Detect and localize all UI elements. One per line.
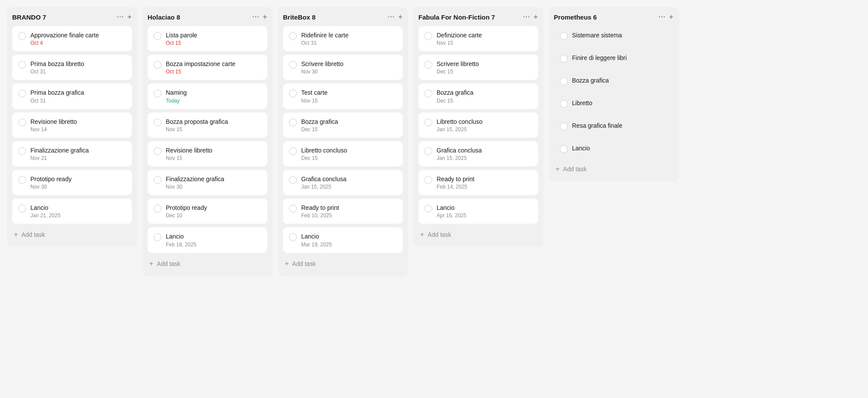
task-card[interactable]: Lancio [554,139,674,158]
task-checkbox[interactable] [154,32,161,40]
task-checkbox[interactable] [18,61,26,69]
task-card[interactable]: Approvazione finale carteOct 4 [12,26,132,51]
task-card[interactable]: Finire di leggere libri [554,49,674,68]
task-content: NamingToday [166,89,187,103]
task-checkbox[interactable] [424,32,432,40]
task-card[interactable]: Ridefinire le carteOct 31 [283,26,403,51]
task-card[interactable]: Libretto [554,94,674,113]
ellipsis-icon[interactable]: ··· [658,13,665,21]
task-card[interactable]: Lista paroleOct 15 [148,26,267,51]
task-card[interactable]: LancioFeb 18, 2025 [148,227,267,252]
task-checkbox[interactable] [154,233,161,241]
task-checkbox[interactable] [560,123,568,130]
task-checkbox[interactable] [289,233,297,241]
column-fabula: Fabula For Non-Fiction 7···+Definizione … [413,7,543,247]
task-title: Lista parole [166,31,197,39]
task-checkbox[interactable] [154,61,161,69]
task-card[interactable]: Libretto conclusoDec 15 [283,141,403,166]
task-checkbox[interactable] [289,32,297,40]
task-checkbox[interactable] [289,61,297,69]
task-card[interactable]: Scrivere librettoNov 30 [283,55,403,80]
column-header-fabula: Fabula For Non-Fiction 7···+ [418,12,538,22]
task-checkbox[interactable] [18,176,26,184]
task-card[interactable]: Test carteNov 15 [283,83,403,109]
task-card[interactable]: Prototipo readyNov 30 [12,170,132,195]
add-column-button[interactable]: + [263,13,267,21]
task-checkbox[interactable] [424,119,432,126]
task-card[interactable]: Scrivere librettoDec 15 [418,55,538,80]
task-checkbox[interactable] [18,90,26,97]
task-card[interactable]: Revisione librettoNov 14 [12,113,132,138]
task-title: Libretto concluso [301,146,347,154]
task-title: Naming [166,89,187,96]
task-card[interactable]: Resa grafica finale [554,116,674,136]
task-content: Finire di leggere libri [572,54,627,62]
add-task-button[interactable]: +Add task [554,162,674,176]
task-checkbox[interactable] [560,32,568,40]
task-checkbox[interactable] [424,205,432,212]
ellipsis-icon[interactable]: ··· [252,13,259,21]
task-checkbox[interactable] [154,176,161,184]
task-checkbox[interactable] [18,119,26,126]
add-task-button[interactable]: +Add task [418,227,538,242]
task-date: Mar 19, 2025 [301,242,332,248]
ellipsis-icon[interactable]: ··· [523,13,530,21]
add-column-button[interactable]: + [669,13,674,21]
task-checkbox[interactable] [424,61,432,69]
task-checkbox[interactable] [424,147,432,155]
task-card[interactable]: Prima bozza librettoOct 31 [12,55,132,80]
task-checkbox[interactable] [560,55,568,63]
add-task-button[interactable]: +Add task [148,256,267,271]
add-task-button[interactable]: +Add task [283,256,403,271]
task-checkbox[interactable] [424,176,432,184]
task-checkbox[interactable] [289,176,297,184]
task-checkbox[interactable] [560,145,568,153]
task-card[interactable]: Bozza graficaDec 15 [283,113,403,138]
task-card[interactable]: Finalizzazione graficaNov 21 [12,141,132,166]
task-checkbox[interactable] [154,205,161,212]
task-date: Oct 31 [30,69,84,75]
task-card[interactable]: Bozza impostazione carteOct 15 [148,55,267,80]
add-column-button[interactable]: + [398,13,403,21]
task-card[interactable]: Definizione carteNov 15 [418,26,538,51]
task-card[interactable]: LancioApr 16, 2025 [418,199,538,224]
task-card[interactable]: Ready to printFeb 14, 2025 [418,170,538,195]
task-date: Apr 16, 2025 [437,212,467,219]
task-checkbox[interactable] [289,205,297,212]
task-card[interactable]: Sistemare sistema [554,26,674,45]
task-checkbox[interactable] [560,100,568,108]
task-card[interactable]: NamingToday [148,83,267,109]
task-title: Lancio [166,232,197,240]
task-card[interactable]: Libretto conclusoJan 15, 2025 [418,113,538,138]
task-checkbox[interactable] [289,147,297,155]
ellipsis-icon[interactable]: ··· [388,13,395,21]
task-card[interactable]: Finalizzazione graficaNov 30 [148,170,267,195]
add-column-button[interactable]: + [128,13,132,21]
add-task-button[interactable]: +Add task [12,227,132,242]
task-card[interactable]: Grafica conclusaJan 15, 2025 [418,141,538,166]
task-checkbox[interactable] [289,119,297,126]
task-card[interactable]: Bozza proposta graficaNov 15 [148,113,267,138]
task-card[interactable]: LancioJan 21, 2025 [12,199,132,224]
task-checkbox[interactable] [18,32,26,40]
task-card[interactable]: Prototipo readyDec 10 [148,199,267,224]
ellipsis-icon[interactable]: ··· [117,13,124,21]
task-checkbox[interactable] [18,205,26,212]
add-column-button[interactable]: + [534,13,538,21]
task-date: Dec 15 [437,69,479,75]
task-checkbox[interactable] [154,119,161,126]
task-card[interactable]: Grafica conclusaJan 15, 2025 [283,170,403,195]
task-content: Grafica conclusaJan 15, 2025 [437,146,482,161]
task-checkbox[interactable] [18,147,26,155]
task-card[interactable]: Prima bozza graficaOct 31 [12,83,132,109]
task-card[interactable]: Ready to printFeb 10, 2025 [283,199,403,224]
task-card[interactable]: Bozza grafica [554,71,674,90]
task-card[interactable]: LancioMar 19, 2025 [283,227,403,252]
task-card[interactable]: Revisione librettoNov 15 [148,141,267,166]
task-checkbox[interactable] [154,147,161,155]
task-card[interactable]: Bozza graficaDec 15 [418,83,538,109]
task-checkbox[interactable] [154,90,161,97]
task-checkbox[interactable] [424,90,432,97]
task-checkbox[interactable] [560,77,568,85]
task-checkbox[interactable] [289,90,297,97]
